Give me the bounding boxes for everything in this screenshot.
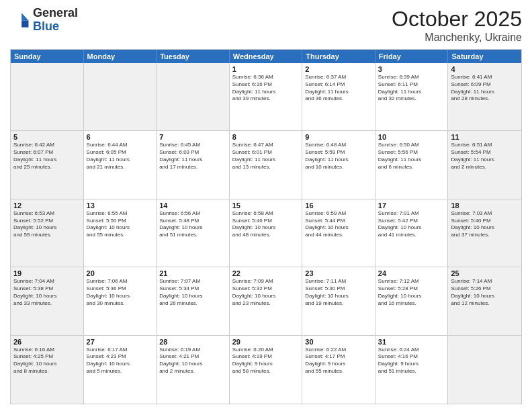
day-number: 14: [159, 201, 226, 210]
calendar-cell: 19Sunrise: 7:04 AM Sunset: 5:38 PM Dayli…: [11, 267, 84, 334]
calendar-cell: 7Sunrise: 6:45 AM Sunset: 6:03 PM Daylig…: [157, 131, 230, 198]
calendar-cell: 3Sunrise: 6:39 AM Sunset: 6:11 PM Daylig…: [375, 63, 449, 130]
cell-info: Sunrise: 6:20 AM Sunset: 4:19 PM Dayligh…: [232, 347, 300, 375]
day-number: 27: [87, 338, 154, 346]
cell-info: Sunrise: 6:53 AM Sunset: 5:52 PM Dayligh…: [13, 210, 81, 239]
calendar-cell: 27Sunrise: 6:17 AM Sunset: 4:23 PM Dayli…: [84, 336, 157, 404]
cell-info: Sunrise: 6:59 AM Sunset: 5:44 PM Dayligh…: [305, 210, 372, 239]
weekday-header: Friday: [375, 50, 449, 63]
day-number: 7: [159, 133, 226, 141]
calendar-week: 5Sunrise: 6:42 AM Sunset: 6:07 PM Daylig…: [11, 131, 521, 199]
calendar-cell: 18Sunrise: 7:03 AM Sunset: 5:40 PM Dayli…: [448, 199, 521, 267]
calendar-cell: 1Sunrise: 6:36 AM Sunset: 6:16 PM Daylig…: [230, 63, 303, 130]
calendar-cell: 6Sunrise: 6:44 AM Sunset: 6:05 PM Daylig…: [84, 131, 157, 198]
weekday-header: Tuesday: [157, 50, 230, 63]
day-number: 4: [451, 65, 519, 73]
cell-info: Sunrise: 6:37 AM Sunset: 6:14 PM Dayligh…: [305, 74, 372, 103]
cell-info: Sunrise: 6:47 AM Sunset: 6:01 PM Dayligh…: [232, 142, 300, 171]
cell-info: Sunrise: 6:51 AM Sunset: 5:54 PM Dayligh…: [451, 142, 519, 171]
cell-info: Sunrise: 6:41 AM Sunset: 6:09 PM Dayligh…: [451, 74, 519, 103]
cell-info: Sunrise: 7:07 AM Sunset: 5:34 PM Dayligh…: [159, 278, 226, 307]
calendar-cell: 2Sunrise: 6:37 AM Sunset: 6:14 PM Daylig…: [302, 63, 375, 130]
cell-info: Sunrise: 6:48 AM Sunset: 5:59 PM Dayligh…: [305, 142, 372, 171]
calendar-cell: 4Sunrise: 6:41 AM Sunset: 6:09 PM Daylig…: [448, 63, 521, 130]
calendar-cell: 26Sunrise: 6:16 AM Sunset: 4:25 PM Dayli…: [11, 336, 84, 404]
day-number: 28: [159, 338, 226, 346]
calendar-header: SundayMondayTuesdayWednesdayThursdayFrid…: [11, 50, 521, 63]
cell-info: Sunrise: 7:12 AM Sunset: 5:28 PM Dayligh…: [378, 278, 445, 307]
cell-info: Sunrise: 7:01 AM Sunset: 5:42 PM Dayligh…: [378, 210, 445, 239]
cell-info: Sunrise: 6:50 AM Sunset: 5:56 PM Dayligh…: [378, 142, 445, 171]
logo-general: General: [33, 7, 78, 20]
calendar-cell: 13Sunrise: 6:55 AM Sunset: 5:50 PM Dayli…: [84, 199, 157, 267]
day-number: 29: [232, 338, 300, 346]
cell-info: Sunrise: 7:14 AM Sunset: 5:26 PM Dayligh…: [451, 278, 519, 307]
weekday-header: Sunday: [11, 50, 84, 63]
day-number: 15: [232, 201, 300, 210]
weekday-header: Monday: [84, 50, 157, 63]
month-title: October 2025: [392, 7, 522, 32]
calendar-week: 19Sunrise: 7:04 AM Sunset: 5:38 PM Dayli…: [11, 267, 521, 335]
day-number: 18: [451, 201, 519, 210]
cell-info: Sunrise: 6:17 AM Sunset: 4:23 PM Dayligh…: [87, 347, 154, 375]
calendar-cell: 31Sunrise: 6:24 AM Sunset: 4:16 PM Dayli…: [375, 336, 449, 404]
day-number: 19: [13, 269, 81, 277]
day-number: 17: [378, 201, 445, 210]
weekday-header: Wednesday: [230, 50, 303, 63]
calendar-cell: [84, 63, 157, 130]
logo-icon: [10, 10, 30, 30]
day-number: 31: [378, 338, 445, 346]
calendar-cell: 28Sunrise: 6:19 AM Sunset: 4:21 PM Dayli…: [157, 336, 230, 404]
calendar-week: 12Sunrise: 6:53 AM Sunset: 5:52 PM Dayli…: [11, 199, 521, 267]
logo: General Blue: [10, 7, 78, 34]
cell-info: Sunrise: 6:45 AM Sunset: 6:03 PM Dayligh…: [159, 142, 226, 171]
calendar-cell: 25Sunrise: 7:14 AM Sunset: 5:26 PM Dayli…: [448, 267, 521, 334]
calendar-cell: 14Sunrise: 6:56 AM Sunset: 5:48 PM Dayli…: [157, 199, 230, 267]
cell-info: Sunrise: 6:39 AM Sunset: 6:11 PM Dayligh…: [378, 74, 445, 103]
svg-marker-1: [21, 20, 28, 27]
cell-info: Sunrise: 6:42 AM Sunset: 6:07 PM Dayligh…: [13, 142, 81, 171]
calendar-cell: 11Sunrise: 6:51 AM Sunset: 5:54 PM Dayli…: [448, 131, 521, 198]
calendar-cell: 16Sunrise: 6:59 AM Sunset: 5:44 PM Dayli…: [302, 199, 375, 267]
svg-marker-0: [21, 13, 28, 20]
day-number: 11: [451, 133, 519, 141]
calendar-body: 1Sunrise: 6:36 AM Sunset: 6:16 PM Daylig…: [11, 63, 521, 404]
day-number: 8: [232, 133, 300, 141]
day-number: 24: [378, 269, 445, 277]
day-number: 2: [305, 65, 372, 73]
cell-info: Sunrise: 7:04 AM Sunset: 5:38 PM Dayligh…: [13, 278, 81, 307]
calendar-cell: [157, 63, 230, 130]
day-number: 23: [305, 269, 372, 277]
day-number: 16: [305, 201, 372, 210]
day-number: 21: [159, 269, 226, 277]
day-number: 20: [87, 269, 154, 277]
calendar-cell: 21Sunrise: 7:07 AM Sunset: 5:34 PM Dayli…: [157, 267, 230, 334]
day-number: 9: [305, 133, 372, 141]
cell-info: Sunrise: 6:55 AM Sunset: 5:50 PM Dayligh…: [87, 210, 154, 239]
calendar-cell: 23Sunrise: 7:11 AM Sunset: 5:30 PM Dayli…: [302, 267, 375, 334]
calendar: SundayMondayTuesdayWednesdayThursdayFrid…: [10, 49, 522, 404]
cell-info: Sunrise: 6:22 AM Sunset: 4:17 PM Dayligh…: [305, 347, 372, 375]
day-number: 25: [451, 269, 519, 277]
cell-info: Sunrise: 6:19 AM Sunset: 4:21 PM Dayligh…: [159, 347, 226, 375]
day-number: 12: [13, 201, 81, 210]
day-number: 3: [378, 65, 445, 73]
title-section: October 2025 Manchenky, Ukraine: [392, 7, 522, 44]
calendar-cell: 15Sunrise: 6:58 AM Sunset: 5:46 PM Dayli…: [230, 199, 303, 267]
page: General Blue October 2025 Manchenky, Ukr…: [0, 0, 532, 411]
calendar-cell: 30Sunrise: 6:22 AM Sunset: 4:17 PM Dayli…: [302, 336, 375, 404]
calendar-week: 26Sunrise: 6:16 AM Sunset: 4:25 PM Dayli…: [11, 336, 521, 404]
cell-info: Sunrise: 7:09 AM Sunset: 5:32 PM Dayligh…: [232, 278, 300, 307]
calendar-cell: 22Sunrise: 7:09 AM Sunset: 5:32 PM Dayli…: [230, 267, 303, 334]
day-number: 1: [232, 65, 300, 73]
weekday-header: Saturday: [448, 50, 521, 63]
cell-info: Sunrise: 6:44 AM Sunset: 6:05 PM Dayligh…: [87, 142, 154, 171]
cell-info: Sunrise: 6:24 AM Sunset: 4:16 PM Dayligh…: [378, 347, 445, 375]
calendar-cell: 29Sunrise: 6:20 AM Sunset: 4:19 PM Dayli…: [230, 336, 303, 404]
calendar-cell: 17Sunrise: 7:01 AM Sunset: 5:42 PM Dayli…: [375, 199, 449, 267]
cell-info: Sunrise: 7:06 AM Sunset: 5:36 PM Dayligh…: [87, 278, 154, 307]
day-number: 30: [305, 338, 372, 346]
cell-info: Sunrise: 6:16 AM Sunset: 4:25 PM Dayligh…: [13, 347, 81, 375]
logo-blue: Blue: [33, 20, 78, 34]
cell-info: Sunrise: 7:11 AM Sunset: 5:30 PM Dayligh…: [305, 278, 372, 307]
